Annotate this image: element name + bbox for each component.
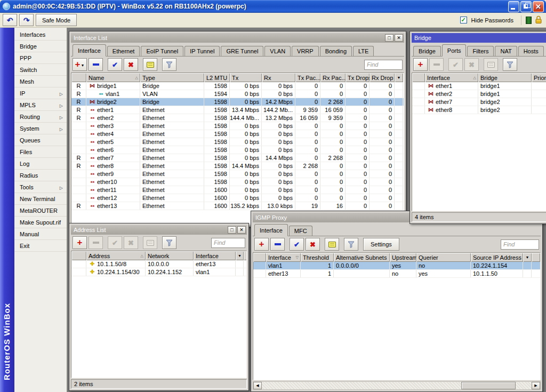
table-row[interactable]: ether10 Ethernet 1598 0 bps 0 bps 0 0 0 … <box>71 178 404 186</box>
tab-lte[interactable]: LTE <box>353 46 374 56</box>
close-button[interactable]: ✕ <box>395 34 403 42</box>
maximize-button[interactable]: □ <box>228 226 236 234</box>
table-row[interactable]: ether12 Ethernet 1600 0 bps 0 bps 0 0 0 … <box>71 194 404 202</box>
menu-item[interactable]: Interfaces <box>14 29 67 41</box>
menu-item[interactable]: MPLS <box>14 99 67 111</box>
filter-button[interactable] <box>344 238 358 251</box>
column-header-address[interactable]: Address△ <box>86 251 146 260</box>
find-input[interactable] <box>211 238 245 248</box>
column-header-interface[interactable]: Interface△ <box>425 73 478 82</box>
comment-button[interactable] <box>484 58 498 71</box>
column-header-upstream[interactable]: Upstream <box>390 253 416 262</box>
tab-mfc[interactable]: MFC <box>289 226 312 236</box>
column-header-flags[interactable] <box>412 73 425 82</box>
scrollbar-track[interactable] <box>262 382 532 389</box>
table-row[interactable]: ether4 Ethernet 1598 0 bps 0 bps 0 0 0 0 <box>71 130 404 138</box>
menu-item[interactable]: PPP <box>14 52 67 64</box>
enable-button[interactable]: ✔ <box>108 58 122 71</box>
table-row[interactable]: R ether13 Ethernet 1600 135.2 kbps 13.0 … <box>71 202 404 210</box>
safe-mode-button[interactable]: Safe Mode <box>36 14 77 26</box>
column-header-interface[interactable]: Interface <box>194 251 236 260</box>
table-row[interactable]: ether5 Ethernet 1598 0 bps 0 bps 0 0 0 0 <box>71 138 404 146</box>
menu-item[interactable]: Tools <box>14 181 67 193</box>
enable-button[interactable]: ✔ <box>448 58 463 71</box>
table-row[interactable]: R bridge2 Bridge 1598 0 bps 14.2 Mbps 0 … <box>71 98 404 106</box>
enable-button[interactable]: ✔ <box>108 236 122 249</box>
menu-item[interactable]: IP <box>14 87 67 99</box>
table-row[interactable]: ether9 Ethernet 1598 0 bps 0 bps 0 0 0 0 <box>71 170 404 178</box>
table-row[interactable]: R vlan1 VLAN 1594 0 bps 0 bps 0 0 0 0 <box>71 90 404 98</box>
table-row[interactable]: R bridge1 Bridge 1598 0 bps 0 bps 0 0 0 … <box>71 82 404 90</box>
table-row[interactable]: ether2 bridge1 <box>412 90 546 98</box>
restore-button[interactable] <box>520 1 532 12</box>
filter-button[interactable] <box>162 58 176 71</box>
menu-item[interactable]: Radius <box>14 170 67 181</box>
menu-item[interactable]: Switch <box>14 64 67 76</box>
column-header-type[interactable]: Type <box>140 73 204 82</box>
comment-button[interactable] <box>143 58 157 71</box>
minimize-button[interactable] <box>508 1 519 12</box>
column-header-tx[interactable]: Tx <box>230 73 262 82</box>
column-header-source-ip[interactable]: Source IP Address <box>471 253 523 262</box>
column-header-rx[interactable]: Rx <box>262 73 295 82</box>
table-row[interactable]: R ether7 Ethernet 1598 0 bps 14.4 Mbps 0… <box>71 154 404 162</box>
close-button[interactable]: ✕ <box>533 1 544 12</box>
column-header-flags[interactable] <box>71 251 86 260</box>
tab-vrrp[interactable]: VRRP <box>292 46 319 56</box>
column-header-tx-drops[interactable]: Tx Drops <box>346 73 370 82</box>
column-header-bridge[interactable]: Bridge <box>478 73 532 82</box>
table-row[interactable]: R ether2 Ethernet 1598 144.4 Mb... 13.2 … <box>71 114 404 122</box>
column-header-rx-drop[interactable]: Rx Drop <box>370 73 395 82</box>
column-select-button[interactable]: ▼ <box>236 251 244 260</box>
column-header-flags[interactable] <box>71 73 86 82</box>
column-header-flags[interactable] <box>253 253 266 262</box>
maximize-button[interactable]: □ <box>385 34 394 42</box>
table-row[interactable]: ether13 1 no yes 10.1.1.50 <box>253 270 540 278</box>
table-row[interactable]: R ether8 Ethernet 1598 14.4 Mbps 0 bps 2… <box>71 162 404 170</box>
add-button[interactable]: + <box>413 58 428 71</box>
remove-button[interactable] <box>270 238 285 251</box>
tab-ip-tunnel[interactable]: IP Tunnel <box>184 46 220 56</box>
find-input[interactable] <box>501 239 539 250</box>
comment-button[interactable] <box>325 238 339 251</box>
enable-button[interactable]: ✔ <box>290 238 304 251</box>
tab-ports[interactable]: Ports <box>442 44 467 57</box>
menu-item[interactable]: Bridge <box>14 41 67 52</box>
table-row[interactable]: 10.1.1.50/8 10.0.0.0 ether13 <box>71 260 246 268</box>
column-select-button[interactable]: ▼ <box>395 73 403 82</box>
column-header-alternative-subnets[interactable]: Alternative Subnets <box>334 253 390 262</box>
column-header-network[interactable]: Network <box>146 251 194 260</box>
menu-item[interactable]: Make Supout.rif <box>14 217 67 228</box>
comment-button[interactable] <box>143 236 157 249</box>
table-row[interactable]: 10.224.1.154/30 10.224.1.152 vlan1 <box>71 268 246 276</box>
disable-button[interactable]: ✖ <box>124 236 138 249</box>
tab-bonding[interactable]: Bonding <box>320 46 352 56</box>
menu-item[interactable]: Manual <box>14 228 67 240</box>
table-row[interactable]: ether3 Ethernet 1598 0 bps 0 bps 0 0 0 0 <box>71 122 404 130</box>
bridge-titlebar[interactable]: Bridge <box>412 33 546 43</box>
undo-button[interactable]: ↶ <box>3 14 17 26</box>
table-row[interactable]: vlan1 1 0.0.0.0/0 yes no 10.224.1.154 <box>253 262 540 270</box>
tab-hosts[interactable]: Hosts <box>518 46 544 56</box>
menu-item[interactable]: Routing <box>14 111 67 123</box>
tab-interface[interactable]: Interface <box>254 224 288 236</box>
tab-vlan[interactable]: VLAN <box>264 46 291 56</box>
table-row[interactable]: R ether1 Ethernet 1598 13.4 Mbps 144.2 M… <box>71 106 404 114</box>
disable-button[interactable]: ✖ <box>464 58 479 71</box>
column-header-interface[interactable]: Interface▽ <box>266 253 301 262</box>
tab-nat[interactable]: NAT <box>495 46 517 56</box>
column-header-threshold[interactable]: Threshold <box>301 253 334 262</box>
remove-button[interactable] <box>89 58 103 71</box>
scrollbar-thumb[interactable] <box>461 382 515 389</box>
filter-button[interactable] <box>162 236 176 249</box>
interface-list-titlebar[interactable]: Interface List □ ✕ <box>71 33 404 43</box>
add-button[interactable]: +▼ <box>73 58 87 71</box>
disable-button[interactable]: ✖ <box>124 58 138 71</box>
table-row[interactable]: ether11 Ethernet 1600 0 bps 0 bps 0 0 0 … <box>71 186 404 194</box>
tab-gre-tunnel[interactable]: GRE Tunnel <box>221 46 263 56</box>
menu-item[interactable]: Exit <box>14 240 67 252</box>
menu-item[interactable]: Log <box>14 158 67 170</box>
tab-filters[interactable]: Filters <box>467 46 494 56</box>
remove-button[interactable] <box>89 236 103 249</box>
menu-item[interactable]: New Terminal <box>14 193 67 205</box>
